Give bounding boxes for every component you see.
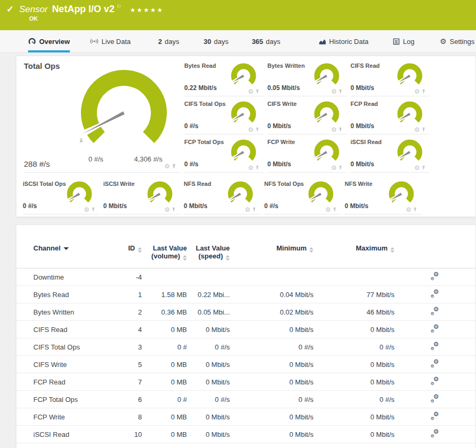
cell-maximum: 0 Mbit/s — [313, 408, 394, 426]
tab-label-number: 365 — [252, 38, 263, 46]
channel-settings-icon[interactable]: ⚙⚙ — [430, 411, 439, 420]
tab-live-data[interactable]: Live Data — [90, 30, 131, 52]
cell-maximum: 0 #/s — [313, 391, 394, 408]
channel-settings-icon[interactable]: ⚙⚙ — [430, 377, 439, 386]
gear-icon[interactable]: ⚙ — [414, 165, 420, 171]
pin-icon[interactable] — [255, 165, 259, 171]
gear-icon[interactable]: ⚙ — [248, 127, 254, 133]
pin-icon[interactable] — [421, 165, 426, 171]
gear-icon[interactable]: ⚙ — [245, 207, 250, 213]
column-header-last-value-volume[interactable]: Last Value(volume) — [142, 225, 187, 268]
pin-icon[interactable] — [91, 207, 95, 212]
pin-icon[interactable] — [252, 207, 256, 212]
channel-settings-icon[interactable]: ⚙⚙ — [430, 429, 439, 438]
channel-settings-icon[interactable]: ⚙⚙ — [430, 289, 439, 298]
cell-last-value-volume: 1.58 MB — [142, 286, 187, 303]
channel-settings-icon[interactable]: ⚙⚙ — [430, 359, 439, 368]
gear-icon[interactable]: ⚙ — [164, 207, 170, 213]
gauge-min-label: 0 #/s — [77, 155, 114, 163]
gauge-tile: NFS Read 0 Mbit/s ⚙ — [184, 176, 261, 214]
channel-settings-icon[interactable]: ⚙⚙ — [430, 272, 439, 281]
gear-icon[interactable]: ⚙ — [248, 165, 254, 171]
tab-365-days[interactable]: 365 days — [252, 30, 280, 52]
historic-chart-icon — [319, 38, 326, 45]
cell-minimum: 0 Mbit/s — [230, 408, 313, 426]
column-header-maximum[interactable]: Maximum — [313, 225, 394, 268]
cell-channel: FCP Read — [16, 373, 122, 391]
pin-icon[interactable] — [172, 164, 176, 169]
gear-icon[interactable]: ⚙ — [331, 88, 337, 95]
gauge-tile-value: 0 Mbit/s — [351, 122, 374, 130]
pin-icon[interactable] — [421, 127, 426, 132]
channel-settings-icon[interactable]: ⚙⚙ — [430, 394, 439, 403]
gear-icon[interactable]: ⚙ — [84, 207, 89, 213]
gauge-tile-label: CIFS Total Ops — [184, 101, 226, 107]
gauge-tile-label: CIFS Read — [351, 62, 380, 69]
flag-icon[interactable]: ⚐ — [116, 4, 121, 10]
pin-icon[interactable] — [255, 127, 259, 132]
gauge-icon — [28, 38, 36, 46]
gauge-tile-value: 0 Mbit/s — [103, 202, 127, 210]
cell-id: 7 — [122, 373, 142, 391]
channel-settings-icon[interactable]: ⚙⚙ — [430, 307, 439, 316]
table-row[interactable]: FCP Total Ops 6 0 # 0 #/s 0 #/s 0 #/s ⚙⚙ — [16, 391, 475, 408]
table-row[interactable]: CIFS Write 5 0 MB 0 Mbit/s 0 Mbit/s 0 Mb… — [16, 356, 475, 373]
table-header-row: Channel ID Last Value(volume) Last Value… — [16, 225, 475, 268]
tab-settings[interactable]: ⚙ Settings — [440, 30, 475, 52]
pin-icon[interactable] — [413, 207, 417, 212]
table-row[interactable]: FCP Write 8 0 MB 0 Mbit/s 0 Mbit/s 0 Mbi… — [16, 408, 475, 426]
column-header-minimum[interactable]: Minimum — [230, 225, 313, 268]
gear-icon[interactable]: ⚙ — [331, 127, 337, 133]
tab-30-days[interactable]: 30 days — [203, 30, 228, 52]
pin-icon[interactable] — [172, 207, 176, 212]
gauge-tile-value: 0 #/s — [184, 122, 199, 130]
tab-log[interactable]: Log — [393, 30, 415, 52]
table-row[interactable]: iSCSI Read 10 0 MB 0 Mbit/s 0 Mbit/s 0 M… — [16, 426, 475, 443]
table-row[interactable]: Bytes Written 2 0.36 MB 0.05 Mbi... 0.02… — [16, 303, 475, 321]
live-data-icon — [90, 38, 98, 45]
gear-icon[interactable]: ⚙ — [248, 88, 254, 95]
pin-icon[interactable] — [338, 165, 343, 171]
cell-channel: CIFS Total Ops — [16, 338, 122, 356]
tab-overview[interactable]: Overview — [28, 30, 70, 52]
gauge-bottom-row: iSCSI Total Ops 0 #/s ⚙ iSCSI Write 0 Mb… — [23, 176, 475, 214]
gauge-tile-label: CIFS Write — [267, 101, 297, 107]
gauge-tile-label: iSCSI Read — [351, 139, 382, 145]
cell-last-value-speed: 0 Mbit/s — [187, 426, 230, 443]
cell-last-value-volume: 0 MB — [142, 408, 187, 426]
pin-icon[interactable] — [338, 89, 343, 94]
column-header-id[interactable]: ID — [122, 225, 142, 268]
pin-icon[interactable] — [333, 207, 337, 212]
gauge-tile-value: 0 Mbit/s — [267, 160, 291, 168]
pin-icon[interactable] — [255, 89, 259, 94]
table-row[interactable]: CIFS Total Ops 3 0 # 0 #/s 0 #/s 0 #/s ⚙… — [16, 338, 475, 356]
mini-gauge — [66, 181, 93, 207]
column-header-channel[interactable]: Channel — [16, 225, 122, 268]
column-header-last-value-speed[interactable]: Last Value(speed) — [187, 225, 230, 268]
table-row[interactable]: FCP Read 7 0 MB 0 Mbit/s 0 Mbit/s 0 Mbit… — [16, 373, 475, 391]
gear-icon[interactable]: ⚙ — [414, 127, 420, 133]
cell-minimum: 0 Mbit/s — [230, 373, 313, 391]
tab-2-days[interactable]: 2 days — [158, 30, 179, 52]
gauge-tile-label: Bytes Written — [267, 62, 305, 69]
tab-label: Log — [403, 38, 415, 46]
sort-arrows-icon — [390, 247, 394, 253]
gear-icon[interactable]: ⚙ — [325, 207, 331, 213]
sensor-header: ✓ Sensor NetApp I/O v2 ⚐ ★★★★★ OK — [0, 0, 476, 30]
priority-stars[interactable]: ★★★★★ — [130, 6, 164, 14]
pin-icon[interactable] — [338, 127, 343, 132]
pin-icon[interactable] — [421, 89, 426, 94]
table-row[interactable]: Bytes Read 1 1.58 MB 0.22 Mbi... 0.04 Mb… — [16, 286, 475, 303]
cell-maximum: 46 Mbit/s — [313, 303, 394, 321]
tab-historic-data[interactable]: Historic Data — [319, 30, 369, 52]
table-row[interactable]: Downtime -4 ⚙⚙ — [16, 268, 475, 286]
gear-icon[interactable]: ⚙ — [331, 165, 337, 171]
gear-icon[interactable]: ⚙ — [414, 88, 420, 95]
gear-icon[interactable]: ⚙ — [406, 207, 411, 213]
cell-minimum: 0 Mbit/s — [230, 426, 313, 443]
gear-icon[interactable]: ⚙ — [164, 163, 170, 169]
channel-settings-icon[interactable]: ⚙⚙ — [430, 324, 439, 333]
channel-settings-icon[interactable]: ⚙⚙ — [430, 342, 439, 351]
table-row[interactable]: CIFS Read 4 0 MB 0 Mbit/s 0 Mbit/s 0 Mbi… — [16, 321, 475, 338]
total-ops-gauge: x̄ — [79, 68, 169, 158]
